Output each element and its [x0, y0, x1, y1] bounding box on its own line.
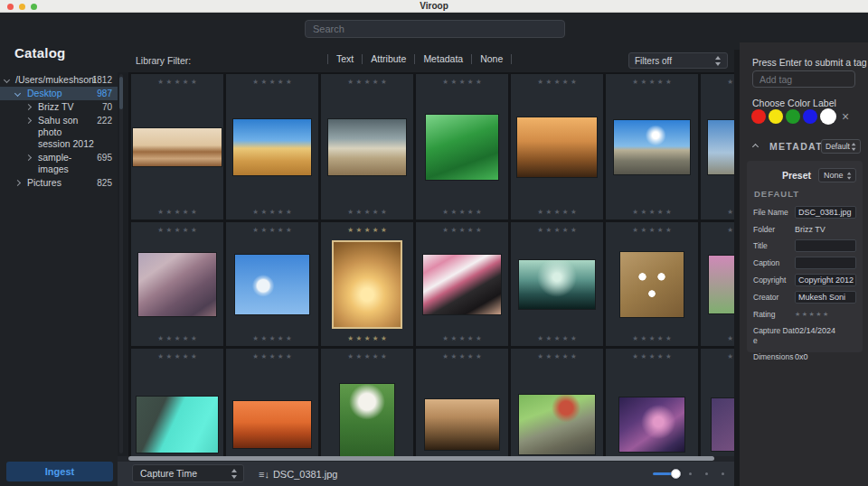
rating-stars[interactable]: ★★★★★ [250, 206, 295, 218]
photo-three-crosses[interactable] [519, 260, 595, 309]
rating-stars[interactable]: ★★★★★ [630, 76, 675, 88]
photo-clipped-photo[interactable] [708, 120, 734, 174]
rating-stars[interactable]: ★★★★★ [725, 350, 734, 362]
photo-deer-in-green-forest[interactable] [426, 115, 498, 180]
slider-thumb[interactable] [671, 469, 681, 479]
photo-dog-on-railway[interactable] [519, 395, 595, 454]
rating-stars[interactable]: ★★★★★ [440, 76, 485, 88]
photo-cell[interactable]: ★★★★★★★★★★ [131, 222, 226, 346]
rating-stars[interactable]: ★★★★★ [725, 76, 734, 88]
photo-cell[interactable]: ★★★★★★★★★★ [701, 349, 734, 456]
sidebar-item-sample-images[interactable]: sample-images695 [0, 151, 118, 176]
photo-cell[interactable]: ★★★★★★★★★★ [511, 222, 606, 346]
photo-cell[interactable]: ★★★★★★★★★★ [131, 74, 226, 220]
sort-order-dropdown[interactable]: Capture Time [132, 464, 244, 482]
chevron-down-icon[interactable] [14, 90, 21, 97]
search-input[interactable] [305, 20, 565, 38]
rating-stars[interactable]: ★★★★★ [156, 224, 200, 236]
rating-stars[interactable]: ★★★★★ [795, 308, 856, 318]
photo-sunset-couple-bench[interactable] [233, 401, 311, 448]
chevron-right-icon[interactable] [25, 117, 32, 124]
sidebar-item-pictures[interactable]: Pictures825 [0, 176, 118, 190]
photo-daisy-heart-on-wood[interactable] [620, 252, 684, 317]
field-input-caption[interactable] [795, 257, 856, 269]
photo-tamarin-monkey[interactable] [340, 384, 394, 456]
field-input-creator[interactable]: Mukesh Soni [795, 291, 856, 304]
chevron-down-icon[interactable] [4, 77, 10, 83]
rating-stars[interactable]: ★★★★★ [250, 224, 295, 236]
sidebar-item-sahu-son-photo-session-2012[interactable]: Sahu son photo session 2012222 [0, 114, 118, 151]
photo-dandelion-blue-sky[interactable] [235, 255, 309, 314]
collapse-chevron-icon[interactable] [752, 144, 759, 150]
rating-stars[interactable]: ★★★★★ [440, 350, 485, 362]
preset-dropdown[interactable]: None [818, 168, 856, 182]
ingest-button[interactable]: Ingest [6, 462, 113, 481]
photo-cell[interactable]: ★★★★★★★★★★ [416, 222, 511, 346]
rating-stars[interactable]: ★★★★★ [250, 76, 295, 88]
photo-cell[interactable]: ★★★★★★★★★★ [321, 74, 416, 220]
photo-cell[interactable]: ★★★★★★★★★★ [511, 349, 606, 456]
photo-cell[interactable]: ★★★★★★★★★★ [226, 74, 321, 220]
color-label-red-button[interactable] [751, 109, 766, 124]
chevron-right-icon[interactable] [25, 154, 32, 161]
rating-stars[interactable]: ★★★★★ [535, 332, 580, 344]
rating-stars[interactable]: ★★★★★ [345, 76, 390, 88]
rating-stars[interactable]: ★★★★★ [345, 206, 390, 218]
filter-mode-attribute-button[interactable]: Attribute [371, 53, 406, 64]
rating-stars[interactable]: ★★★★★ [156, 206, 200, 218]
photo-clipped-photo[interactable] [709, 256, 734, 313]
rating-stars[interactable]: ★★★★★ [725, 332, 734, 344]
horizontal-scrollbar-thumb[interactable] [128, 456, 714, 461]
rating-stars[interactable]: ★★★★★ [725, 224, 734, 236]
rating-stars[interactable]: ★★★★★ [345, 350, 390, 362]
rating-stars[interactable]: ★★★★★ [535, 224, 580, 236]
photo-cell[interactable]: ★★★★★★★★★★ [511, 74, 606, 220]
filter-mode-text-button[interactable]: Text [336, 53, 354, 64]
filter-mode-metadata-button[interactable]: Metadata [423, 53, 463, 64]
rating-stars[interactable]: ★★★★★ [630, 350, 675, 362]
rating-stars[interactable]: ★★★★★ [156, 350, 200, 362]
rating-stars[interactable]: ★★★★★ [630, 332, 675, 344]
rating-stars[interactable]: ★★★★★ [630, 206, 675, 218]
photo-lowpoly-deer[interactable] [138, 253, 216, 316]
filters-dropdown[interactable]: Filters off [628, 52, 728, 69]
rating-stars[interactable]: ★★★★★ [630, 224, 675, 236]
vertical-scrollbar[interactable] [119, 74, 123, 453]
photo-open-road-horizon[interactable] [614, 120, 690, 174]
photo-cell[interactable]: ★★★★★★★★★★ [226, 349, 321, 456]
color-label-blue-button[interactable] [803, 109, 817, 124]
filter-mode-none-button[interactable]: None [480, 53, 503, 64]
photo-cell[interactable]: ★★★★★★★★★★ [606, 222, 701, 346]
rating-stars[interactable]: ★★★★★ [440, 332, 485, 344]
field-input-title[interactable] [795, 239, 856, 252]
rating-stars[interactable]: ★★★★★ [440, 206, 485, 218]
photo-cell[interactable]: ★★★★★★★★★★ [321, 349, 416, 456]
photo-golden-dandelion-sunset[interactable] [334, 242, 401, 327]
rating-stars[interactable]: ★★★★★ [156, 76, 200, 88]
clear-color-label-icon[interactable]: × [842, 109, 849, 124]
rating-stars[interactable]: ★★★★★ [250, 332, 295, 344]
photo-misty-forest-deer[interactable] [425, 399, 499, 450]
vertical-scrollbar-thumb[interactable] [119, 77, 123, 109]
photo-cell[interactable]: ★★★★★★★★★★ [701, 74, 734, 220]
color-label-green-button[interactable] [786, 109, 800, 124]
photo-cell[interactable]: ★★★★★★★★★★ [606, 74, 701, 220]
photo-dachshund-puppy[interactable] [423, 255, 501, 314]
photo-clipped-photo[interactable] [712, 398, 734, 451]
photo-cell[interactable]: ★★★★★★★★★★ [606, 349, 701, 456]
photo-sand-dunes[interactable] [233, 119, 311, 175]
rating-stars[interactable]: ★★★★★ [345, 332, 390, 344]
photo-purple-galaxy[interactable] [619, 397, 684, 452]
photo-cell[interactable]: ★★★★★★★★★★ [226, 222, 321, 346]
rating-stars[interactable]: ★★★★★ [345, 224, 390, 236]
photo-cell[interactable]: ★★★★★★★★★★ [416, 349, 511, 456]
rating-stars[interactable]: ★★★★★ [725, 206, 734, 218]
photo-sepia-forest-deer[interactable] [517, 117, 597, 177]
rating-stars[interactable]: ★★★★★ [535, 350, 580, 362]
photo-dry-lakebed-tree[interactable] [328, 119, 406, 175]
color-label-white-button[interactable] [820, 108, 836, 125]
chevron-right-icon[interactable] [14, 180, 21, 186]
add-tag-input[interactable] [752, 70, 855, 88]
photo-cell[interactable]: ★★★★★★★★★★ [416, 74, 511, 220]
sidebar-item-users-mukeshsoni[interactable]: /Users/mukeshsoni1812 [0, 73, 118, 87]
